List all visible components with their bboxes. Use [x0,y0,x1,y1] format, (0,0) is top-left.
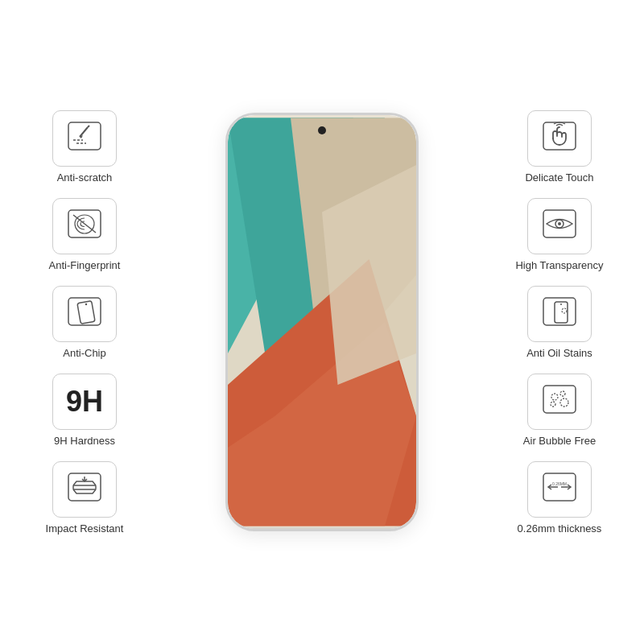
feature-air-bubble-free: Air Bubble Free [523,374,596,447]
anti-oil-stains-label: Anti Oil Stains [526,347,592,359]
anti-oil-icon-box [527,286,592,342]
anti-chip-label: Anti-Chip [63,347,105,359]
wallpaper-svg [228,115,416,529]
feature-delicate-touch: Delicate Touch [525,110,593,184]
phone-wrapper [161,113,483,531]
9h-icon-box: 9H [52,374,117,430]
air-bubble-icon-box [527,374,592,430]
svg-line-5 [88,126,89,127]
left-features: Anti-scratch Anti-Fingerprint [8,110,161,535]
phone [225,113,419,531]
high-transparency-icon-box [527,198,592,254]
chip-icon [65,295,104,333]
feature-anti-scratch: Anti-scratch [52,110,117,184]
feature-thickness: 0.26MM 0.26mm thickness [518,461,602,535]
svg-point-10 [85,303,87,304]
anti-oil-icon [540,295,579,333]
scratch-icon [65,119,104,158]
touch-icon [540,119,579,158]
delicate-touch-label: Delicate Touch [525,171,593,184]
svg-point-28 [562,308,567,313]
anti-scratch-icon-box [52,110,117,167]
impact-icon [65,470,104,509]
svg-point-31 [560,391,565,396]
thickness-icon: 0.26MM [540,470,579,509]
anti-chip-icon-box [52,286,117,342]
anti-fingerprint-icon-box [52,198,117,254]
main-container: Anti-scratch Anti-Fingerprint [0,0,644,644]
feature-9h-hardness: 9H 9H Hardness [52,374,117,447]
eye-icon [540,207,579,246]
feature-impact-resistant: Impact Resistant [46,461,124,535]
delicate-touch-icon-box [527,110,592,167]
feature-anti-fingerprint: Anti-Fingerprint [49,198,121,271]
svg-rect-0 [68,122,101,150]
high-transparency-label: High Transparency [515,259,603,271]
feature-anti-chip: Anti-Chip [52,286,117,359]
svg-rect-12 [73,485,96,489]
svg-point-33 [551,402,555,407]
svg-text:0.26MM: 0.26MM [552,481,567,486]
svg-point-27 [560,303,562,305]
svg-line-3 [80,127,88,137]
anti-scratch-label: Anti-scratch [57,171,113,184]
feature-anti-oil-stains: Anti Oil Stains [526,286,592,359]
9h-label: 9H Hardness [54,435,115,447]
svg-rect-29 [543,386,576,413]
impact-icon-box [52,461,117,518]
right-features: Delicate Touch High Transparency [483,110,636,535]
phone-screen [228,115,416,529]
wallpaper [228,115,416,529]
impact-resistant-label: Impact Resistant [46,522,124,535]
svg-point-24 [558,222,561,225]
svg-point-32 [560,398,568,407]
camera-dot [318,126,326,134]
fingerprint-icon [65,207,104,246]
bubble-icon [540,382,579,421]
svg-point-30 [551,394,558,400]
feature-high-transparency: High Transparency [515,198,603,271]
thickness-icon-box: 0.26MM [527,461,592,518]
anti-fingerprint-label: Anti-Fingerprint [49,259,121,271]
air-bubble-free-label: Air Bubble Free [523,435,596,447]
9h-text: 9H [66,387,103,416]
thickness-label: 0.26mm thickness [518,522,602,535]
